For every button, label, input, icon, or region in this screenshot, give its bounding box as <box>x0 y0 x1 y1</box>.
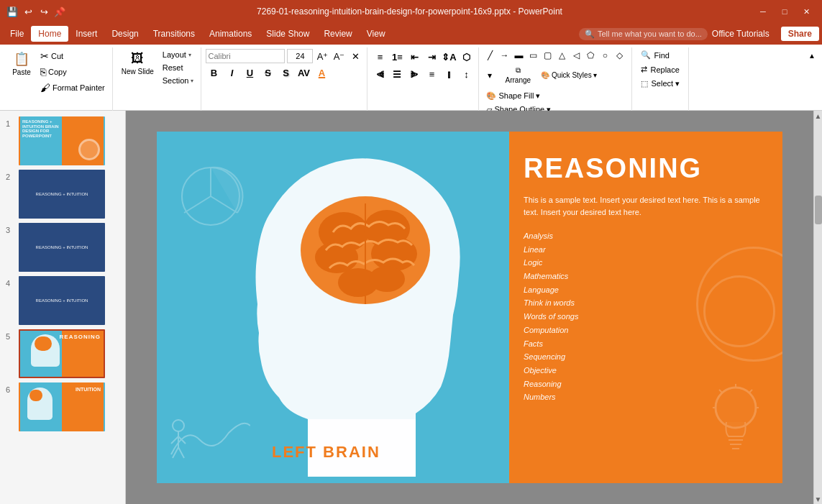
line-spacing-button[interactable]: ↕ <box>458 66 474 82</box>
paste-button[interactable]: 📋 Paste <box>7 49 36 78</box>
quick-styles-button[interactable]: 🎨 Quick Styles ▾ <box>536 69 601 81</box>
find-icon: 🔍 <box>641 50 651 60</box>
bullet-item: Objective <box>524 364 768 377</box>
shape-more-icon[interactable]: ▾ <box>483 69 496 82</box>
numbering-button[interactable]: 1≡ <box>389 49 405 65</box>
layout-button[interactable]: Layout ▾ <box>160 49 197 60</box>
slide-thumb-5[interactable]: 5 REASONING <box>6 329 119 378</box>
menu-transitions[interactable]: Transitions <box>146 26 202 42</box>
shape-fill-button[interactable]: 🎨 Shape Fill ▾ <box>483 90 557 102</box>
paste-icon: 📋 <box>14 51 29 67</box>
menu-home[interactable]: Home <box>31 26 68 42</box>
slide-description: This is a sample text. Insert your desir… <box>524 194 768 218</box>
font-color-button[interactable]: A <box>314 65 329 81</box>
slide-thumb-3[interactable]: 3 REASONING + INTUITION <box>6 223 119 272</box>
replace-button[interactable]: ⇄ Replace <box>636 63 684 75</box>
copy-button[interactable]: ⎘ Copy <box>37 65 108 79</box>
shape-arrow-icon[interactable]: → <box>498 49 511 62</box>
bullet-item: Logic <box>524 256 768 270</box>
columns-button[interactable]: ⫿ <box>441 66 457 82</box>
convert-smartart-button[interactable]: ⬡ <box>458 49 474 65</box>
format-painter-button[interactable]: 🖌 Format Painter <box>37 81 108 95</box>
menu-design[interactable]: Design <box>104 26 145 42</box>
slide-thumb-2[interactable]: 2 REASONING + INTUITION <box>6 170 119 219</box>
scroll-track <box>814 121 823 494</box>
bullet-item: Reasoning <box>524 377 768 391</box>
left-brain-label: LEFT BRAIN <box>272 443 380 462</box>
font-spacing-button[interactable]: AV <box>296 65 311 81</box>
section-button[interactable]: Section ▾ <box>160 75 197 86</box>
share-button[interactable]: Share <box>781 27 819 41</box>
bullets-button[interactable]: ≡ <box>372 49 388 65</box>
shape-rounded-icon[interactable]: ▢ <box>541 49 554 62</box>
shadow-button[interactable]: S <box>278 65 293 81</box>
replace-icon: ⇄ <box>641 65 647 74</box>
select-button[interactable]: ⬚ Select ▾ <box>636 78 684 90</box>
menu-file[interactable]: File <box>3 26 31 42</box>
save-icon[interactable]: 💾 <box>6 5 19 18</box>
ribbon: 📋 Paste ✂ Cut ⎘ Copy 🖌 Format Painter <box>0 45 822 111</box>
bold-button[interactable]: B <box>206 65 222 81</box>
underline-button[interactable]: U <box>242 65 257 81</box>
decrease-indent-button[interactable]: ⇤ <box>406 49 422 65</box>
quick-styles-icon: 🎨 <box>541 71 549 79</box>
close-button[interactable]: ✕ <box>796 4 816 19</box>
text-direction-button[interactable]: ⇕A <box>441 49 457 65</box>
bottom-left-deco <box>164 411 250 469</box>
tell-me-search[interactable]: 🔍 Tell me what you want to do... <box>579 28 708 40</box>
font-size-input[interactable] <box>287 49 313 63</box>
menu-review[interactable]: Review <box>316 26 359 42</box>
shape-rtriangle-icon[interactable]: ◁ <box>570 49 583 62</box>
svg-line-18 <box>178 447 184 458</box>
slide-title: REASONING <box>524 153 768 184</box>
redo-icon[interactable]: ↪ <box>37 5 50 18</box>
main-vertical-scrollbar[interactable]: ▲ ▼ <box>813 111 822 504</box>
align-right-button[interactable]: ⫸ <box>406 66 422 82</box>
shape-pentagon-icon[interactable]: ⬠ <box>584 49 597 62</box>
chevron-up-icon: ▲ <box>808 52 816 60</box>
cut-button[interactable]: ✂ Cut <box>37 49 108 63</box>
arrange-button[interactable]: ⧉ Arrange <box>501 63 535 87</box>
slide-thumb-4[interactable]: 4 REASONING + INTUITION <box>6 276 119 325</box>
shape-rect-icon[interactable]: ▬ <box>512 49 525 62</box>
shape-oval-icon[interactable]: ○ <box>598 49 611 62</box>
shape-triangle-icon[interactable]: △ <box>555 49 568 62</box>
bullet-item: Sequencing <box>524 350 768 364</box>
italic-button[interactable]: I <box>224 65 239 81</box>
minimize-button[interactable]: ─ <box>753 4 773 19</box>
pin-icon[interactable]: 📌 <box>53 5 66 18</box>
maximize-button[interactable]: □ <box>775 4 795 19</box>
shape-diamond-icon[interactable]: ◇ <box>613 49 626 62</box>
scroll-up-arrow[interactable]: ▲ <box>814 111 823 121</box>
bullet-item: Mathematics <box>524 270 768 283</box>
find-button[interactable]: 🔍 Find <box>636 49 684 61</box>
search-icon: 🔍 <box>585 29 595 39</box>
shape-line-icon[interactable]: ╱ <box>483 49 496 62</box>
font-family-input[interactable] <box>206 49 285 63</box>
reset-button[interactable]: Reset <box>160 62 197 73</box>
font-size-decrease-button[interactable]: A⁻ <box>332 49 346 63</box>
justify-button[interactable]: ≡ <box>424 66 439 82</box>
scroll-down-arrow[interactable]: ▼ <box>814 494 823 504</box>
align-center-button[interactable]: ☰ <box>389 66 405 82</box>
slide-thumb-6[interactable]: 6 INTUITION <box>6 382 119 431</box>
clear-formatting-button[interactable]: ✕ <box>348 49 362 63</box>
align-left-button[interactable]: ⫷ <box>372 66 388 82</box>
menu-animations[interactable]: Animations <box>202 26 259 42</box>
undo-icon[interactable]: ↩ <box>22 5 35 18</box>
menu-insert[interactable]: Insert <box>68 26 104 42</box>
main-area: 1 REASONING +INTUITION BRAINDESIGN FORPO… <box>0 111 822 504</box>
office-tutorials-link[interactable]: Office Tutorials <box>712 29 770 39</box>
shape-rect2-icon[interactable]: ▭ <box>526 49 539 62</box>
slide-panel: 1 REASONING +INTUITION BRAINDESIGN FORPO… <box>0 111 126 504</box>
slide-thumb-1[interactable]: 1 REASONING +INTUITION BRAINDESIGN FORPO… <box>6 116 119 165</box>
increase-indent-button[interactable]: ⇥ <box>424 49 439 65</box>
scroll-thumb[interactable] <box>815 196 822 224</box>
menu-view[interactable]: View <box>360 26 393 42</box>
strikethrough-button[interactable]: S <box>260 65 275 81</box>
menu-slideshow[interactable]: Slide Show <box>259 26 316 42</box>
active-slide[interactable]: LEFT BRAIN <box>157 132 782 483</box>
new-slide-button[interactable]: 🖼 New Slide <box>117 49 158 78</box>
font-size-increase-button[interactable]: A⁺ <box>315 49 329 63</box>
ribbon-collapse-button[interactable]: ▲ <box>805 50 819 61</box>
